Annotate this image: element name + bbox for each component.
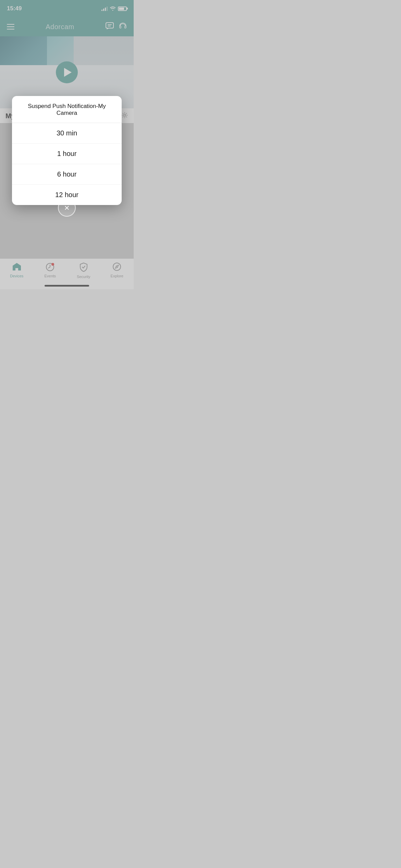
option-30min[interactable]: 30 min: [12, 123, 122, 144]
close-modal-button[interactable]: ×: [58, 199, 76, 217]
close-icon: ×: [64, 203, 69, 213]
option-6hour[interactable]: 6 hour: [12, 164, 122, 185]
modal-title: Suspend Push Notification-My Camera: [12, 96, 122, 123]
suspend-notification-modal: Suspend Push Notification-My Camera 30 m…: [12, 96, 122, 205]
option-1hour[interactable]: 1 hour: [12, 144, 122, 164]
